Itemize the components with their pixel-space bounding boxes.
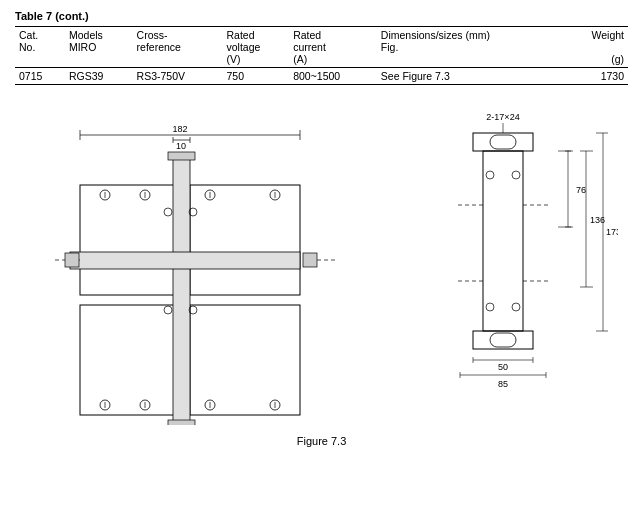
- cell-cat-no: 0715: [15, 68, 65, 85]
- svg-rect-11: [70, 252, 300, 269]
- svg-rect-8: [80, 305, 180, 415]
- col-voltage: Ratedvoltage(V): [223, 27, 290, 68]
- svg-rect-57: [473, 331, 533, 349]
- svg-point-32: [164, 208, 172, 216]
- svg-rect-58: [490, 333, 516, 347]
- svg-rect-36: [65, 253, 79, 267]
- svg-rect-31: [168, 420, 195, 425]
- svg-point-62: [512, 303, 520, 311]
- dim-50-label: 50: [498, 362, 508, 372]
- dim-182-label: 182: [172, 124, 187, 134]
- svg-point-34: [164, 306, 172, 314]
- col-current: Ratedcurrent(A): [289, 27, 377, 68]
- dim-10-label: 10: [176, 141, 186, 151]
- cell-miro: RGS39: [65, 68, 133, 85]
- dim-85-label: 85: [498, 379, 508, 389]
- svg-point-61: [486, 303, 494, 311]
- col-cross-ref: Cross-reference: [133, 27, 223, 68]
- dim-76-label: 76: [576, 185, 586, 195]
- svg-rect-9: [190, 305, 300, 415]
- col-dimensions: Dimensions/sizes (mm)Fig.: [377, 27, 564, 68]
- front-view-diagram: 182 10: [25, 105, 345, 425]
- svg-point-59: [486, 171, 494, 179]
- cell-voltage: 750: [223, 68, 290, 85]
- col-weight: Weight(g): [563, 27, 628, 68]
- cell-cross-ref: RS3-750V: [133, 68, 223, 85]
- col-models: ModelsMIRO: [65, 27, 133, 68]
- svg-rect-6: [80, 185, 180, 295]
- table-row: 0715 RGS39 RS3-750V 750 800~1500 See Fig…: [15, 68, 628, 85]
- cell-dimensions: See Figure 7.3: [377, 68, 564, 85]
- svg-rect-40: [490, 135, 516, 149]
- cell-current: 800~1500: [289, 68, 377, 85]
- dim-2-17x24-label: 2-17×24: [486, 112, 519, 122]
- table-title: Table 7 (cont.): [15, 10, 628, 22]
- svg-rect-41: [483, 151, 523, 331]
- svg-rect-7: [190, 185, 300, 295]
- svg-rect-37: [303, 253, 317, 267]
- side-view-diagram: 2-17×24 76 136 173: [418, 105, 618, 425]
- diagram-area: 182 10: [15, 105, 628, 425]
- svg-rect-30: [168, 152, 195, 160]
- svg-rect-10: [173, 155, 190, 425]
- svg-point-60: [512, 171, 520, 179]
- dim-173-label: 173: [606, 227, 618, 237]
- data-table: Cat.No. ModelsMIRO Cross-reference Rated…: [15, 26, 628, 85]
- svg-rect-39: [473, 133, 533, 151]
- col-cat-no: Cat.No.: [15, 27, 65, 68]
- figure-caption: Figure 7.3: [15, 435, 628, 447]
- cell-weight: 1730: [563, 68, 628, 85]
